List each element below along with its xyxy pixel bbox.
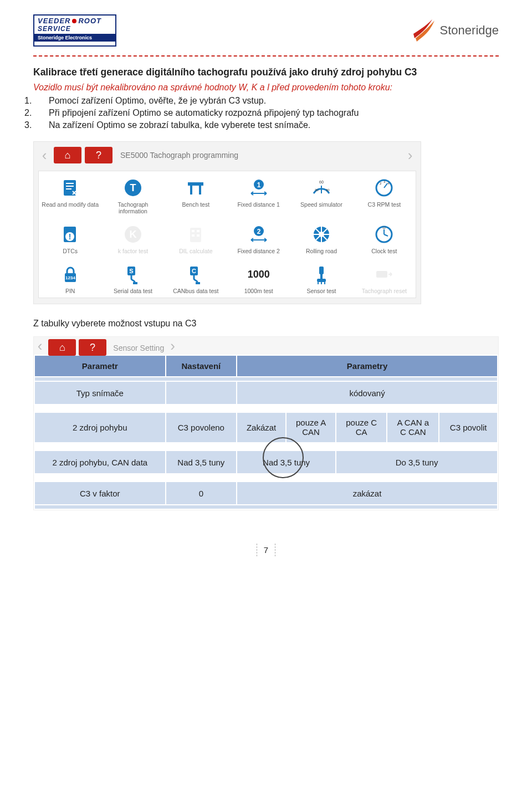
optimo-item-label: Fixed distance 2 <box>229 248 288 254</box>
svg-text:12: 12 <box>383 226 386 229</box>
optimo-item-serial-s[interactable]: SSerial data test <box>101 258 164 298</box>
page-title: Kalibrace třetí generace digitálního tac… <box>33 66 499 78</box>
optimo-item-fd-1[interactable]: 1Fixed distance 1 <box>227 171 290 218</box>
params-table: Parametr Nastavení Parametry Typ snímače… <box>34 355 498 510</box>
optimo-item-lock-pin[interactable]: 1234PIN <box>39 258 101 298</box>
veeder-name: VEEDER <box>38 17 70 25</box>
optimo-item-fd-2[interactable]: 2Fixed distance 2 <box>227 218 290 258</box>
page-subtitle: Vozidlo musí být nekalibrováno na správn… <box>33 83 499 93</box>
can-c-icon: C <box>167 262 225 286</box>
col-parametr: Parametr <box>34 355 166 377</box>
home-button[interactable]: ⌂ <box>54 147 81 163</box>
optimo-grid: Read and modify dataTTachograph informat… <box>38 171 416 298</box>
optimo-item-wheel[interactable]: Rolling road <box>290 218 352 258</box>
table-cell: Do 3,5 tuny <box>336 450 498 474</box>
optimo-item-clock[interactable]: 12Clock test <box>353 218 416 258</box>
breadcrumb: SE5000 Tachograph programming <box>120 151 238 160</box>
page-number: 7 <box>257 544 275 556</box>
optimo-item-speedo-60[interactable]: 603090Speed simulator <box>290 171 352 218</box>
svg-line-37 <box>384 234 388 236</box>
back-button[interactable]: ‹ <box>38 146 50 164</box>
help-button[interactable]: ? <box>79 339 106 356</box>
optimo-panel: ‹ ⌂ ? SE5000 Tachograph programming › Re… <box>33 141 421 304</box>
table-cell: C3 povoleno <box>166 412 237 443</box>
svg-rect-47 <box>319 267 324 274</box>
forward-button[interactable]: › <box>167 337 179 355</box>
table-cell: 0 <box>166 482 237 505</box>
serial-s-icon: S <box>104 262 162 286</box>
forward-button[interactable]: › <box>404 146 416 164</box>
svg-rect-53 <box>376 271 387 278</box>
table-cell: kódovaný <box>237 381 498 404</box>
doc-warn-icon: ! <box>41 222 99 247</box>
optimo-item-doc-edit[interactable]: Read and modify data <box>39 171 101 218</box>
veeder-root: ROOT <box>78 17 101 25</box>
step-item: 1.Pomocí zařízení Optimo, ověřte, že je … <box>49 96 499 106</box>
svg-text:2: 2 <box>380 182 382 185</box>
divider <box>33 55 499 57</box>
optimo-item-circle-t[interactable]: TTachograph information <box>101 171 164 218</box>
svg-rect-46 <box>196 282 200 284</box>
optimo-item-label: DTCs <box>41 248 99 254</box>
optimo-item-doc-warn[interactable]: !DTCs <box>39 218 101 258</box>
table-cell: C3 povolit <box>439 412 498 443</box>
veeder-root-logo: VEEDER ROOT SERVICE Stoneridge Electroni… <box>33 14 116 47</box>
svg-line-16 <box>384 183 387 188</box>
optimo-item-label: Bench test <box>167 201 225 208</box>
step-item: 3.Na zařízení Optimo se zobrazí tabulka,… <box>49 120 499 130</box>
optimo-item-sensor[interactable]: Sensor test <box>290 258 352 298</box>
optimo-item-label: Rolling road <box>292 248 350 254</box>
stoneridge-text: Stoneridge <box>440 23 499 38</box>
stoneridge-swoosh-icon <box>410 17 437 44</box>
sensor-panel: ‹ ⌂ ? Sensor Setting › Parametr Nastaven… <box>33 336 499 510</box>
optimo-item-circle-k: Kk factor test <box>101 218 164 258</box>
veeder-bar: Stoneridge Electronics <box>34 34 115 42</box>
optimo-item-label: k factor test <box>104 248 162 254</box>
optimo-topbar: ‹ ⌂ ? SE5000 Tachograph programming › <box>34 142 421 168</box>
svg-rect-3 <box>188 182 203 186</box>
optimo-item-label: Read and modify data <box>41 201 99 208</box>
logo-dot-icon <box>72 19 76 23</box>
table-header-row: Parametr Nastavení Parametry <box>34 355 498 377</box>
svg-text:C: C <box>192 268 196 274</box>
optimo-item-can-c[interactable]: CCANbus data test <box>165 258 227 298</box>
svg-text:30: 30 <box>315 188 319 192</box>
svg-text:S: S <box>129 268 133 274</box>
svg-text:!: ! <box>68 232 71 241</box>
svg-rect-25 <box>192 234 195 237</box>
home-button[interactable]: ⌂ <box>48 339 76 356</box>
pad-icon <box>167 222 225 247</box>
optimo-item-label: Tachograph information <box>104 201 162 214</box>
optimo-item-num-1000[interactable]: 10001000m test <box>227 258 290 298</box>
table-row: Typ snímačekódovaný <box>34 381 498 404</box>
optimo-item-label: Fixed distance 1 <box>229 201 288 208</box>
table-cell <box>166 381 237 404</box>
optimo-item-reset: Tachograph reset <box>353 258 416 298</box>
page-header: VEEDER ROOT SERVICE Stoneridge Electroni… <box>33 11 499 50</box>
optimo-item-label: 1000m test <box>229 288 288 294</box>
optimo-item-rpm[interactable]: 234C3 RPM test <box>353 171 416 218</box>
circle-t-icon: T <box>104 176 162 200</box>
clock-icon: 12 <box>355 222 413 247</box>
optimo-item-bench[interactable]: Bench test <box>165 171 227 218</box>
reset-icon <box>355 262 413 286</box>
svg-text:1234: 1234 <box>65 275 75 280</box>
lock-pin-icon: 1234 <box>41 262 99 286</box>
rpm-icon: 234 <box>355 176 413 200</box>
svg-rect-23 <box>192 230 195 232</box>
steps-list: 1.Pomocí zařízení Optimo, ověřte, že je … <box>33 96 499 130</box>
help-button[interactable]: ? <box>85 147 112 163</box>
table-row: 2 zdroj pohybuC3 povolenoZakázatpouze AC… <box>34 412 498 443</box>
svg-text:1: 1 <box>257 181 260 189</box>
table-cell: C3 v faktor <box>34 482 166 505</box>
sensor-topbar: ‹ ⌂ ? Sensor Setting › <box>34 337 498 356</box>
svg-rect-49 <box>317 279 326 282</box>
stoneridge-logo: Stoneridge <box>410 17 499 44</box>
table-cell: A CAN aC CAN <box>387 412 439 443</box>
speedo-60-icon: 603090 <box>292 176 350 200</box>
circle-k-icon: K <box>104 222 162 247</box>
table-cell: Zakázat <box>237 412 286 443</box>
back-button[interactable]: ‹ <box>34 337 46 355</box>
svg-rect-24 <box>197 230 200 232</box>
svg-text:2: 2 <box>257 228 260 235</box>
